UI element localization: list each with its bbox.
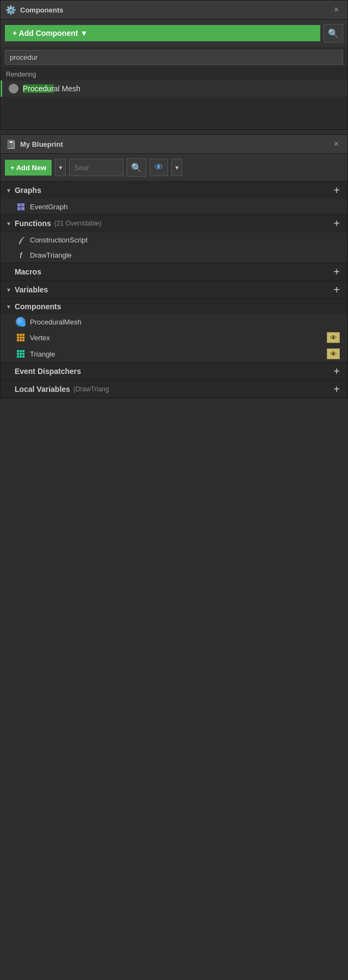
section-header-event-dispatchers[interactable]: ▼ Event Dispatchers + [1,362,347,380]
procedural-mesh-bp-label: ProceduralMesh [30,318,82,326]
blueprint-panel-title: 📓 My Blueprint [6,139,63,149]
vertex-icon [16,333,26,342]
add-new-label: + Add New [10,164,46,172]
components-result-item[interactable]: Procedural Mesh [1,80,347,97]
highlight-text: Procedur [23,84,54,93]
construction-script-icon: 𝒻 [16,235,26,245]
blueprint-panel: 📓 My Blueprint × + Add New ▼ 🔍 👁 ▼ ▼ Gra… [0,134,348,398]
section-header-local-variables-left: ▼ Local Variables (DrawTriang [6,385,109,394]
bp-components-label: Components [15,302,61,311]
graphs-label: Graphs [15,186,41,195]
local-variables-sub: (DrawTriang [73,385,109,393]
add-new-arrow-button[interactable]: ▼ [55,159,66,176]
bp-components-arrow: ▼ [6,304,11,310]
add-component-button[interactable]: + Add Component ▼ [5,25,320,41]
macros-label: Macros [15,267,41,276]
functions-label: Functions [15,219,51,228]
vertex-label: Vertex [30,334,50,342]
blueprint-panel-icon: 📓 [6,139,16,149]
components-spacer [1,97,347,129]
variables-add-button[interactable]: + [331,284,342,295]
components-panel-label: Components [20,6,63,14]
blueprint-eye-button[interactable]: 👁 [150,159,168,176]
blueprint-search-icon-button[interactable]: 🔍 [127,158,146,177]
blueprint-panel-close[interactable]: × [331,138,342,150]
variables-arrow: ▼ [6,287,11,293]
components-search-input[interactable] [5,50,343,65]
components-search-bar [1,47,347,68]
eventgraph-icon [16,202,26,211]
components-toolbar: + Add Component ▼ 🔍 [1,20,347,47]
local-variables-add-button[interactable]: + [331,384,342,395]
triangle-item-left: Triangle [16,349,55,359]
vertex-item-left: Vertex [16,333,50,342]
add-new-button[interactable]: + Add New [5,160,52,176]
components-panel: ⚙️ Components × + Add Component ▼ 🔍 Rend… [0,0,348,130]
vertex-item[interactable]: Vertex 👁 [1,329,347,346]
vertex-visibility-icon[interactable]: 👁 [327,332,340,343]
triangle-label: Triangle [30,350,55,358]
functions-sub: (21 Overridable) [54,220,102,227]
eventgraph-item[interactable]: EventGraph [1,199,347,214]
add-component-label: + Add Component [13,29,78,38]
components-panel-icon: ⚙️ [6,5,16,15]
graphs-add-button[interactable]: + [331,185,342,196]
draw-triangle-label: DrawTriangle [30,251,72,259]
event-dispatchers-add-button[interactable]: + [331,366,342,377]
eventgraph-label: EventGraph [30,203,67,211]
graphs-arrow: ▼ [6,188,11,193]
blueprint-panel-label: My Blueprint [20,140,63,148]
triangle-icon [16,349,26,359]
components-panel-header: ⚙️ Components × [1,1,347,20]
construction-script-item[interactable]: 𝒻 ConstructionScript [1,232,347,247]
section-header-variables-left: ▼ Variables [6,285,48,294]
section-header-local-variables[interactable]: ▼ Local Variables (DrawTriang + [1,380,347,398]
section-header-graphs[interactable]: ▼ Graphs + [1,181,347,199]
blueprint-search-input[interactable] [69,159,123,176]
construction-script-label: ConstructionScript [30,236,88,244]
blueprint-toolbar: + Add New ▼ 🔍 👁 ▼ [1,154,347,181]
functions-arrow: ▼ [6,221,11,227]
section-header-event-dispatchers-left: ▼ Event Dispatchers [6,367,81,376]
functions-add-button[interactable]: + [331,218,342,229]
section-header-components-left: ▼ Components [6,302,61,311]
section-header-functions[interactable]: ▼ Functions (21 Overridable) + [1,214,347,232]
blueprint-eye-arrow-button[interactable]: ▼ [171,159,182,176]
section-header-components[interactable]: ▼ Components [1,298,347,314]
components-panel-close[interactable]: × [331,4,342,16]
event-dispatchers-label: Event Dispatchers [15,367,81,376]
blueprint-panel-header: 📓 My Blueprint × [1,135,347,154]
procedural-mesh-icon [9,84,18,93]
section-header-graphs-left: ▼ Graphs [6,186,41,195]
components-search-icon-button[interactable]: 🔍 [324,24,343,42]
variables-label: Variables [15,285,48,294]
triangle-item[interactable]: Triangle 👁 [1,346,347,362]
section-header-macros-left: ▼ Macros [6,267,41,276]
section-header-functions-left: ▼ Functions (21 Overridable) [6,219,102,228]
macros-add-button[interactable]: + [331,266,342,277]
suffix-text: al Mesh [54,84,80,93]
procedural-mesh-bp-icon [16,317,26,327]
components-panel-title: ⚙️ Components [6,5,63,15]
section-header-variables[interactable]: ▼ Variables + [1,280,347,298]
procedural-mesh-bp-item[interactable]: ProceduralMesh [1,314,347,329]
draw-triangle-item[interactable]: f DrawTriangle [1,247,347,263]
procedural-mesh-label: Procedural Mesh [23,84,80,93]
section-header-macros[interactable]: ▼ Macros + [1,263,347,280]
add-component-arrow: ▼ [80,29,88,38]
draw-triangle-icon: f [16,250,26,260]
components-category-rendering: Rendering [1,68,347,80]
local-variables-label: Local Variables [15,385,70,394]
triangle-visibility-icon[interactable]: 👁 [327,348,340,359]
